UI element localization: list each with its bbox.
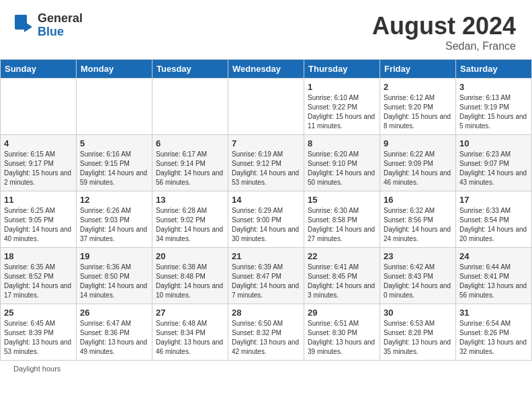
calendar-day-cell: 1Sunrise: 6:10 AM Sunset: 9:22 PM Daylig… xyxy=(304,79,380,135)
title-block: August 2024 Sedan, France xyxy=(372,12,516,52)
calendar-day-cell: 14Sunrise: 6:29 AM Sunset: 9:00 PM Dayli… xyxy=(228,191,304,248)
logo-icon xyxy=(13,13,35,38)
calendar-day-cell: 11Sunrise: 6:25 AM Sunset: 9:05 PM Dayli… xyxy=(1,191,77,248)
calendar-day-header: Tuesday xyxy=(152,60,228,79)
day-detail: Sunrise: 6:26 AM Sunset: 9:03 PM Dayligh… xyxy=(80,206,148,244)
calendar-day-cell: 10Sunrise: 6:23 AM Sunset: 9:07 PM Dayli… xyxy=(456,135,532,191)
day-detail: Sunrise: 6:12 AM Sunset: 9:20 PM Dayligh… xyxy=(384,93,452,131)
location-subtitle: Sedan, France xyxy=(372,40,516,52)
day-number: 19 xyxy=(80,251,148,261)
day-number: 18 xyxy=(4,251,73,261)
day-number: 8 xyxy=(308,138,376,148)
calendar-day-cell: 19Sunrise: 6:36 AM Sunset: 8:50 PM Dayli… xyxy=(77,248,152,304)
calendar-day-cell: 16Sunrise: 6:32 AM Sunset: 8:56 PM Dayli… xyxy=(380,191,456,248)
calendar-day-cell: 31Sunrise: 6:54 AM Sunset: 8:26 PM Dayli… xyxy=(456,304,532,361)
day-number: 31 xyxy=(459,308,528,318)
calendar-day-cell: 30Sunrise: 6:53 AM Sunset: 8:28 PM Dayli… xyxy=(380,304,456,361)
calendar-week-row: 4Sunrise: 6:15 AM Sunset: 9:17 PM Daylig… xyxy=(1,135,532,191)
day-detail: Sunrise: 6:45 AM Sunset: 8:39 PM Dayligh… xyxy=(4,319,73,357)
day-detail: Sunrise: 6:17 AM Sunset: 9:14 PM Dayligh… xyxy=(156,150,224,187)
calendar-day-cell: 27Sunrise: 6:48 AM Sunset: 8:34 PM Dayli… xyxy=(152,304,228,361)
day-number: 24 xyxy=(459,251,528,261)
logo: General Blue xyxy=(13,12,83,39)
day-detail: Sunrise: 6:22 AM Sunset: 9:09 PM Dayligh… xyxy=(384,150,452,187)
calendar-week-row: 11Sunrise: 6:25 AM Sunset: 9:05 PM Dayli… xyxy=(1,191,532,248)
svg-marker-2 xyxy=(24,21,32,32)
calendar-day-cell: 5Sunrise: 6:16 AM Sunset: 9:15 PM Daylig… xyxy=(77,135,152,191)
day-detail: Sunrise: 6:10 AM Sunset: 9:22 PM Dayligh… xyxy=(308,93,376,131)
day-number: 13 xyxy=(156,195,224,205)
footer-note: Daylight hours xyxy=(0,361,532,377)
day-detail: Sunrise: 6:28 AM Sunset: 9:02 PM Dayligh… xyxy=(156,206,224,244)
calendar-day-header: Saturday xyxy=(456,60,532,79)
day-detail: Sunrise: 6:47 AM Sunset: 8:36 PM Dayligh… xyxy=(80,319,148,357)
day-number: 22 xyxy=(308,251,376,261)
day-number: 3 xyxy=(459,82,528,92)
day-number: 27 xyxy=(156,308,224,318)
calendar-day-cell: 6Sunrise: 6:17 AM Sunset: 9:14 PM Daylig… xyxy=(152,135,228,191)
calendar-day-cell: 8Sunrise: 6:20 AM Sunset: 9:10 PM Daylig… xyxy=(304,135,380,191)
calendar-day-cell xyxy=(1,79,77,135)
day-detail: Sunrise: 6:51 AM Sunset: 8:30 PM Dayligh… xyxy=(308,319,376,357)
calendar-day-cell: 24Sunrise: 6:44 AM Sunset: 8:41 PM Dayli… xyxy=(456,248,532,304)
day-detail: Sunrise: 6:15 AM Sunset: 9:17 PM Dayligh… xyxy=(4,150,73,187)
day-detail: Sunrise: 6:23 AM Sunset: 9:07 PM Dayligh… xyxy=(459,150,528,187)
day-number: 6 xyxy=(156,138,224,148)
day-number: 20 xyxy=(156,251,224,261)
day-number: 21 xyxy=(232,251,300,261)
day-detail: Sunrise: 6:20 AM Sunset: 9:10 PM Dayligh… xyxy=(308,150,376,187)
calendar-week-row: 18Sunrise: 6:35 AM Sunset: 8:52 PM Dayli… xyxy=(1,248,532,304)
day-number: 26 xyxy=(80,308,148,318)
calendar-day-cell: 20Sunrise: 6:38 AM Sunset: 8:48 PM Dayli… xyxy=(152,248,228,304)
page-header: General Blue August 2024 Sedan, France xyxy=(0,0,532,59)
calendar-day-cell: 28Sunrise: 6:50 AM Sunset: 8:32 PM Dayli… xyxy=(228,304,304,361)
calendar-day-cell: 25Sunrise: 6:45 AM Sunset: 8:39 PM Dayli… xyxy=(1,304,77,361)
day-detail: Sunrise: 6:35 AM Sunset: 8:52 PM Dayligh… xyxy=(4,263,73,300)
day-number: 9 xyxy=(384,138,452,148)
day-detail: Sunrise: 6:44 AM Sunset: 8:41 PM Dayligh… xyxy=(459,263,528,300)
logo-general-text: General xyxy=(38,12,83,26)
calendar-day-cell xyxy=(152,79,228,135)
day-detail: Sunrise: 6:16 AM Sunset: 9:15 PM Dayligh… xyxy=(80,150,148,187)
day-detail: Sunrise: 6:54 AM Sunset: 8:26 PM Dayligh… xyxy=(459,319,528,357)
calendar-day-cell: 26Sunrise: 6:47 AM Sunset: 8:36 PM Dayli… xyxy=(77,304,152,361)
day-number: 11 xyxy=(4,195,73,205)
day-number: 1 xyxy=(308,82,376,92)
logo-text: General Blue xyxy=(38,12,83,39)
calendar-day-cell: 21Sunrise: 6:39 AM Sunset: 8:47 PM Dayli… xyxy=(228,248,304,304)
day-detail: Sunrise: 6:29 AM Sunset: 9:00 PM Dayligh… xyxy=(232,206,300,244)
day-number: 14 xyxy=(232,195,300,205)
daylight-note: Daylight hours xyxy=(13,365,60,373)
day-detail: Sunrise: 6:25 AM Sunset: 9:05 PM Dayligh… xyxy=(4,206,73,244)
calendar-day-header: Friday xyxy=(380,60,456,79)
day-detail: Sunrise: 6:30 AM Sunset: 8:58 PM Dayligh… xyxy=(308,206,376,244)
day-detail: Sunrise: 6:32 AM Sunset: 8:56 PM Dayligh… xyxy=(384,206,452,244)
calendar-table: SundayMondayTuesdayWednesdayThursdayFrid… xyxy=(0,59,532,361)
calendar-day-header: Wednesday xyxy=(228,60,304,79)
day-number: 4 xyxy=(4,138,73,148)
day-number: 16 xyxy=(384,195,452,205)
calendar-day-cell xyxy=(228,79,304,135)
day-number: 25 xyxy=(4,308,73,318)
logo-blue-text: Blue xyxy=(38,26,83,39)
day-detail: Sunrise: 6:33 AM Sunset: 8:54 PM Dayligh… xyxy=(459,206,528,244)
calendar-day-cell: 4Sunrise: 6:15 AM Sunset: 9:17 PM Daylig… xyxy=(1,135,77,191)
calendar-day-cell: 17Sunrise: 6:33 AM Sunset: 8:54 PM Dayli… xyxy=(456,191,532,248)
calendar-day-cell: 18Sunrise: 6:35 AM Sunset: 8:52 PM Dayli… xyxy=(1,248,77,304)
calendar-week-row: 25Sunrise: 6:45 AM Sunset: 8:39 PM Dayli… xyxy=(1,304,532,361)
calendar-day-cell: 23Sunrise: 6:42 AM Sunset: 8:43 PM Dayli… xyxy=(380,248,456,304)
day-number: 7 xyxy=(232,138,300,148)
calendar-week-row: 1Sunrise: 6:10 AM Sunset: 9:22 PM Daylig… xyxy=(1,79,532,135)
day-number: 10 xyxy=(459,138,528,148)
day-detail: Sunrise: 6:41 AM Sunset: 8:45 PM Dayligh… xyxy=(308,263,376,300)
calendar-day-cell: 29Sunrise: 6:51 AM Sunset: 8:30 PM Dayli… xyxy=(304,304,380,361)
day-detail: Sunrise: 6:48 AM Sunset: 8:34 PM Dayligh… xyxy=(156,319,224,357)
day-number: 23 xyxy=(384,251,452,261)
day-number: 28 xyxy=(232,308,300,318)
calendar-day-cell: 7Sunrise: 6:19 AM Sunset: 9:12 PM Daylig… xyxy=(228,135,304,191)
calendar-day-cell: 3Sunrise: 6:13 AM Sunset: 9:19 PM Daylig… xyxy=(456,79,532,135)
day-detail: Sunrise: 6:38 AM Sunset: 8:48 PM Dayligh… xyxy=(156,263,224,300)
calendar-day-header: Sunday xyxy=(1,60,77,79)
day-number: 12 xyxy=(80,195,148,205)
calendar-day-header: Monday xyxy=(77,60,152,79)
